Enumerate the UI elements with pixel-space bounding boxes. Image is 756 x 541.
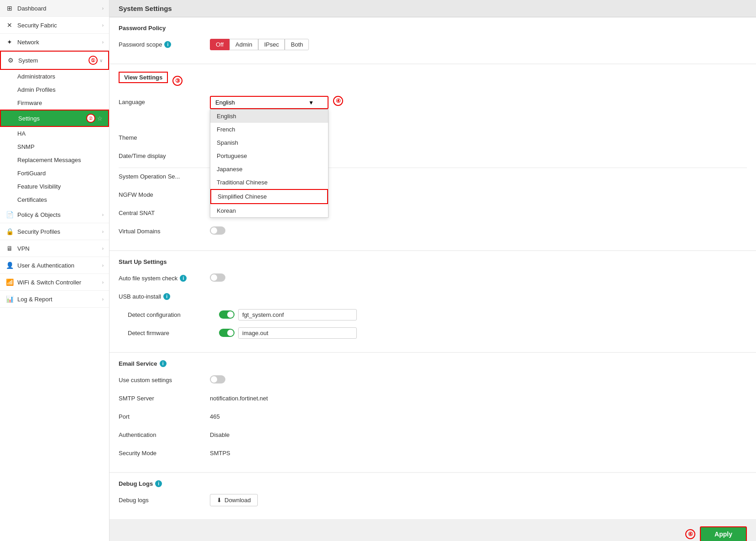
virtual-domains-toggle[interactable] — [210, 226, 747, 236]
dashboard-icon: ⊞ — [5, 4, 14, 12]
sidebar-subitem-settings[interactable]: Settings ② ☆ — [0, 110, 109, 127]
password-policy-section: Password Policy Password scope i Off Adm… — [109, 17, 756, 63]
sidebar-subitem-snmp[interactable]: SNMP — [0, 140, 109, 153]
sidebar-item-security-profiles[interactable]: 🔒 Security Profiles › — [0, 223, 109, 240]
auto-file-toggle-switch[interactable] — [210, 273, 225, 282]
sidebar-item-policy-objects[interactable]: 📄 Policy & Objects › — [0, 206, 109, 223]
dropdown-item-japanese[interactable]: Japanese — [210, 163, 328, 176]
language-select[interactable]: English ▼ — [210, 96, 328, 109]
dropdown-item-simplified-chinese[interactable]: Simplified Chinese — [210, 189, 328, 204]
download-button[interactable]: ⬇ Download — [210, 494, 258, 506]
password-scope-label: Password scope i — [119, 41, 210, 48]
language-dropdown: English French Spanish Portuguese Japane… — [210, 109, 328, 218]
scope-btn-both[interactable]: Both — [285, 39, 309, 50]
dropdown-item-traditional-chinese[interactable]: Traditional Chinese — [210, 176, 328, 189]
sidebar-subitem-feature-visibility[interactable]: Feature Visibility — [0, 180, 109, 193]
authentication-label: Authentication — [119, 431, 210, 438]
scope-btn-ipsec[interactable]: IPsec — [258, 39, 285, 50]
sidebar-item-user-auth[interactable]: 👤 User & Authentication › — [0, 257, 109, 274]
startup-settings-title: Start Up Settings — [119, 258, 747, 265]
sidebar-subitem-replacement-messages[interactable]: Replacement Messages — [0, 153, 109, 167]
debug-logs-title: Debug Logs i — [119, 480, 747, 487]
info-icon[interactable]: i — [160, 360, 167, 367]
scope-button-group: Off Admin IPsec Both — [210, 39, 747, 50]
dropdown-item-english[interactable]: English — [210, 110, 328, 123]
dropdown-item-portuguese[interactable]: Portuguese — [210, 149, 328, 163]
detect-firmware-input[interactable] — [238, 327, 357, 339]
custom-settings-toggle-switch[interactable] — [210, 375, 225, 383]
sidebar-item-wifi-switch[interactable]: 📶 WiFi & Switch Controller › — [0, 274, 109, 291]
detect-config-toggle[interactable] — [219, 310, 235, 319]
auto-file-check-row: Auto file system check i — [119, 272, 747, 284]
security-mode-label: Security Mode — [119, 450, 210, 457]
chevron-right-icon: › — [102, 246, 104, 251]
virtual-domains-toggle-switch[interactable] — [210, 226, 225, 235]
annotation-4: ④ — [333, 96, 343, 106]
smtp-server-value: notification.fortinet.net — [210, 395, 747, 402]
page-title: System Settings — [109, 0, 756, 17]
subitem-label: Certificates — [17, 196, 47, 203]
toggle-track — [210, 273, 225, 282]
sidebar-item-log-report[interactable]: 📊 Log & Report › — [0, 291, 109, 308]
usb-auto-install-row: USB auto-install i — [119, 290, 747, 303]
toggle-thumb — [211, 274, 217, 281]
info-icon[interactable]: i — [163, 293, 170, 300]
annotation-3: ③ — [172, 76, 182, 86]
virtual-domains-row: Virtual Domains — [119, 225, 747, 237]
network-icon: ✦ — [5, 38, 14, 46]
subitem-label: Administrators — [17, 73, 55, 80]
port-label: Port — [119, 413, 210, 420]
sidebar-subitem-ha[interactable]: HA — [0, 127, 109, 140]
sidebar-item-network[interactable]: ✦ Network › — [0, 34, 109, 51]
sidebar-subitem-administrators[interactable]: Administrators — [0, 70, 109, 83]
star-icon: ☆ — [97, 115, 103, 122]
sidebar-subitem-certificates[interactable]: Certificates — [0, 193, 109, 206]
annotation-6: ⑥ — [685, 529, 695, 539]
sidebar-subitem-firmware[interactable]: Firmware — [0, 96, 109, 110]
dropdown-item-french[interactable]: French — [210, 123, 328, 136]
use-custom-settings-toggle[interactable] — [210, 375, 747, 385]
smtp-server-label: SMTP Server — [119, 395, 210, 402]
dropdown-item-korean[interactable]: Korean — [210, 204, 328, 217]
use-custom-settings-label: Use custom settings — [119, 377, 210, 383]
use-custom-settings-row: Use custom settings — [119, 373, 747, 386]
debug-logs-row: Debug logs ⬇ Download — [119, 494, 747, 506]
sidebar: ⊞ Dashboard › ✕ Security Fabric › ✦ Netw… — [0, 0, 109, 541]
toggle-thumb — [227, 311, 234, 318]
language-row: Language English ▼ English French Spanis… — [119, 96, 747, 109]
toggle-track — [210, 375, 225, 383]
dropdown-arrow-icon: ▼ — [308, 100, 314, 106]
sidebar-item-security-fabric[interactable]: ✕ Security Fabric › — [0, 17, 109, 34]
info-icon[interactable]: i — [180, 275, 187, 282]
security-fabric-icon: ✕ — [5, 21, 14, 29]
sidebar-subitem-fortiguard[interactable]: FortiGuard — [0, 167, 109, 180]
port-row: Port 465 — [119, 410, 747, 423]
view-settings-header[interactable]: View Settings — [119, 72, 168, 83]
policy-icon: 📄 — [5, 210, 14, 219]
dropdown-item-spanish[interactable]: Spanish — [210, 136, 328, 149]
startup-settings-section: Start Up Settings Auto file system check… — [109, 251, 756, 352]
info-icon[interactable]: i — [164, 41, 171, 48]
auto-file-check-toggle[interactable] — [210, 273, 747, 283]
info-icon[interactable]: i — [155, 480, 162, 487]
sidebar-item-label: WiFi & Switch Controller — [17, 279, 102, 286]
scope-btn-admin[interactable]: Admin — [229, 39, 258, 50]
sidebar-subitem-admin-profiles[interactable]: Admin Profiles — [0, 83, 109, 96]
chevron-right-icon: › — [102, 40, 104, 45]
chevron-right-icon: › — [102, 297, 104, 302]
chevron-right-icon: › — [102, 23, 104, 28]
detect-firmware-toggle[interactable] — [219, 329, 235, 337]
scope-btn-off[interactable]: Off — [210, 39, 229, 50]
subitem-label: HA — [17, 130, 26, 137]
detect-config-input[interactable] — [238, 309, 357, 320]
subitem-label: Firmware — [17, 100, 42, 106]
apply-button[interactable]: Apply — [700, 526, 747, 541]
password-policy-title: Password Policy — [119, 25, 747, 32]
sidebar-item-system[interactable]: ⚙ System ① ∨ — [0, 51, 109, 70]
password-scope-row: Password scope i Off Admin IPsec Both — [119, 38, 747, 51]
main-content: System Settings Password Policy Password… — [109, 0, 756, 541]
download-icon: ⬇ — [217, 497, 222, 504]
sidebar-item-vpn[interactable]: 🖥 VPN › — [0, 240, 109, 257]
sidebar-item-dashboard[interactable]: ⊞ Dashboard › — [0, 0, 109, 17]
chevron-right-icon: › — [102, 229, 104, 234]
